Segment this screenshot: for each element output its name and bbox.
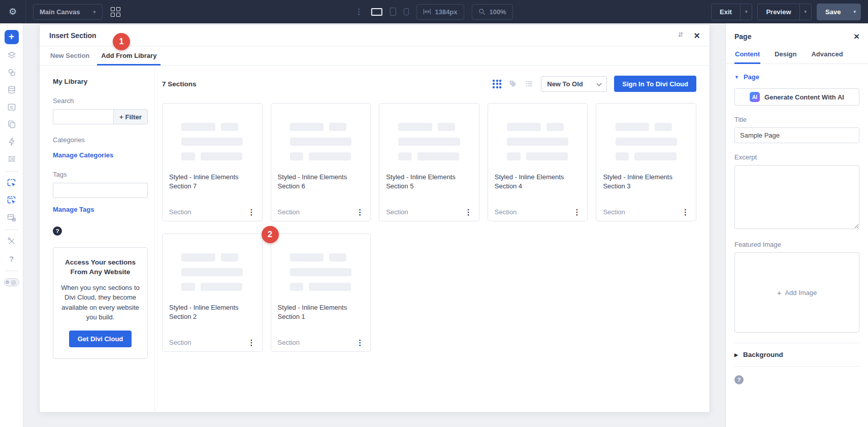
tag-view-icon[interactable] bbox=[508, 79, 518, 88]
grid-square bbox=[111, 13, 115, 17]
exit-dropdown-chevron-icon[interactable]: ▾ bbox=[740, 4, 752, 20]
get-divi-cloud-button[interactable]: Get Divi Cloud bbox=[69, 331, 132, 347]
desktop-view-icon[interactable] bbox=[371, 8, 382, 16]
section-card-title: Styled - Inline Elements Section 4 bbox=[495, 173, 581, 190]
tab-new-section[interactable]: New Section bbox=[49, 46, 90, 65]
section-card[interactable]: 2 Styled - Inline Elements Section 1 Sec… bbox=[271, 234, 371, 352]
topbar-actions: Exit ▾ Preview ▾ Save ▾ bbox=[711, 4, 868, 20]
background-accordion-toggle[interactable]: ▶ Background bbox=[734, 343, 859, 367]
caret-down-icon: ▼ bbox=[734, 75, 739, 80]
canvas-stage: 1 Insert Section × New Section Add From … bbox=[23, 23, 725, 427]
generate-ai-button[interactable]: AI Generate Content With AI bbox=[734, 88, 859, 106]
form-card-icon[interactable] bbox=[6, 101, 18, 113]
manage-categories-link[interactable]: Manage Categories bbox=[53, 151, 148, 159]
library-toolbar: 7 Sections New bbox=[162, 76, 696, 92]
library-main: 7 Sections New bbox=[155, 65, 696, 412]
preview-dropdown-chevron-icon[interactable]: ▾ bbox=[799, 4, 812, 20]
tab-design[interactable]: Design bbox=[774, 46, 797, 63]
select-chevron-icon bbox=[597, 81, 602, 86]
chevron-down-icon: ▾ bbox=[93, 9, 95, 15]
add-section-button[interactable]: + bbox=[5, 30, 19, 44]
library-sidebar: My Library Search + Filter Categories Ma… bbox=[53, 65, 155, 412]
search-label: Search bbox=[53, 97, 148, 105]
section-card[interactable]: Styled - Inline Elements Section 7 Secti… bbox=[162, 103, 263, 221]
phone-view-icon[interactable] bbox=[403, 8, 408, 15]
section-card[interactable]: Styled - Inline Elements Section 4 Secti… bbox=[488, 103, 588, 221]
section-thumbnail bbox=[596, 104, 696, 160]
section-card[interactable]: Styled - Inline Elements Section 2 Secti… bbox=[162, 234, 263, 352]
page-settings-panel: Page × Content Design Advanced ▼ Page AI… bbox=[725, 23, 868, 427]
sign-in-divi-cloud-button[interactable]: Sign In To Divi Cloud bbox=[614, 76, 696, 92]
page-accordion-toggle[interactable]: ▼ Page bbox=[734, 73, 859, 81]
wireframe-rows-icon[interactable] bbox=[6, 153, 18, 165]
search-input[interactable] bbox=[53, 109, 113, 124]
tab-advanced[interactable]: Advanced bbox=[811, 46, 843, 63]
design-assets-icon[interactable] bbox=[6, 67, 18, 79]
section-card[interactable]: Styled - Inline Elements Section 3 Secti… bbox=[596, 103, 696, 221]
section-thumbnail bbox=[488, 104, 588, 160]
expand-collapse-icon[interactable] bbox=[677, 30, 685, 40]
modal-tabs: New Section Add From Library bbox=[40, 46, 710, 65]
panel-help-icon[interactable]: ? bbox=[734, 375, 744, 384]
canvas-width-input[interactable]: 1384px bbox=[416, 4, 464, 20]
save-button[interactable]: Save ▾ bbox=[817, 4, 861, 20]
tablet-view-icon[interactable] bbox=[390, 8, 396, 16]
card-kebab-icon[interactable]: ⋮ bbox=[248, 208, 255, 216]
add-image-dropzone[interactable]: + Add Image bbox=[734, 252, 859, 333]
toggle-gear-icon: ⚙ bbox=[6, 280, 10, 285]
panel-close-icon[interactable]: × bbox=[854, 31, 859, 41]
grid-square bbox=[111, 7, 115, 11]
list-view-icon[interactable] bbox=[525, 79, 534, 88]
library-help-icon[interactable]: ? bbox=[53, 226, 62, 236]
tab-add-from-library[interactable]: Add From Library bbox=[100, 46, 157, 65]
lightning-icon[interactable] bbox=[6, 136, 18, 148]
card-kebab-icon[interactable]: ⋮ bbox=[682, 208, 689, 216]
panel-title: Page bbox=[734, 32, 751, 41]
grid-view-icon[interactable] bbox=[493, 80, 501, 88]
theme-builder-icon[interactable] bbox=[6, 211, 18, 223]
builder-settings-gear-icon[interactable]: ⚙ bbox=[0, 6, 25, 17]
section-card[interactable]: Styled - Inline Elements Section 5 Secti… bbox=[379, 103, 479, 221]
card-kebab-icon[interactable]: ⋮ bbox=[356, 208, 364, 216]
section-card-type: Section bbox=[603, 208, 625, 216]
filter-button[interactable]: + Filter bbox=[113, 109, 148, 124]
sync-section-icon[interactable] bbox=[6, 177, 18, 189]
zoom-control[interactable]: 100% bbox=[471, 4, 512, 20]
more-options-kebab-icon[interactable]: ⋮ bbox=[355, 7, 363, 16]
sort-order-select[interactable]: New To Old bbox=[541, 76, 607, 92]
settings-toggle[interactable]: ⚙ bbox=[4, 278, 19, 286]
sync-page-icon[interactable] bbox=[6, 194, 18, 206]
sort-order-value: New To Old bbox=[547, 80, 583, 88]
tags-input[interactable] bbox=[53, 183, 148, 198]
builder-topbar: ⚙ Main Canvas ▾ ⋮ 1384px 100% Exit ▾ Pre… bbox=[0, 0, 868, 23]
categories-label: Categories bbox=[53, 136, 148, 144]
section-card-type: Section bbox=[495, 208, 517, 216]
card-kebab-icon[interactable]: ⋮ bbox=[356, 339, 364, 346]
layers-icon[interactable] bbox=[6, 49, 18, 61]
rail-divider bbox=[5, 171, 18, 172]
card-kebab-icon[interactable]: ⋮ bbox=[248, 339, 255, 346]
card-kebab-icon[interactable]: ⋮ bbox=[465, 208, 472, 216]
page-title-input[interactable] bbox=[734, 127, 859, 143]
tab-content[interactable]: Content bbox=[734, 46, 760, 63]
section-thumbnail bbox=[163, 234, 262, 291]
canvas-selector-dropdown[interactable]: Main Canvas ▾ bbox=[33, 4, 103, 20]
canvas-selector-label: Main Canvas bbox=[40, 8, 80, 16]
section-card[interactable]: Styled - Inline Elements Section 6 Secti… bbox=[271, 103, 371, 221]
save-dropdown-chevron-icon[interactable]: ▾ bbox=[849, 4, 860, 20]
database-icon[interactable] bbox=[6, 84, 18, 96]
tools-icon[interactable] bbox=[6, 235, 18, 247]
excerpt-textarea[interactable] bbox=[734, 165, 859, 229]
copy-pages-icon[interactable] bbox=[6, 118, 18, 130]
caret-right-icon: ▶ bbox=[734, 352, 738, 357]
modal-header: Insert Section × bbox=[40, 25, 710, 46]
exit-button[interactable]: Exit ▾ bbox=[711, 4, 752, 20]
dashboard-grid-icon[interactable] bbox=[111, 7, 120, 17]
help-icon[interactable]: ? bbox=[6, 252, 18, 265]
preview-button[interactable]: Preview ▾ bbox=[757, 4, 812, 20]
card-kebab-icon[interactable]: ⋮ bbox=[573, 208, 581, 216]
manage-tags-link[interactable]: Manage Tags bbox=[53, 206, 148, 213]
close-icon[interactable]: × bbox=[694, 30, 700, 41]
divi-cloud-promo-card: Access Your sections From Any Website Wh… bbox=[53, 247, 148, 359]
section-thumbnail bbox=[271, 234, 371, 291]
